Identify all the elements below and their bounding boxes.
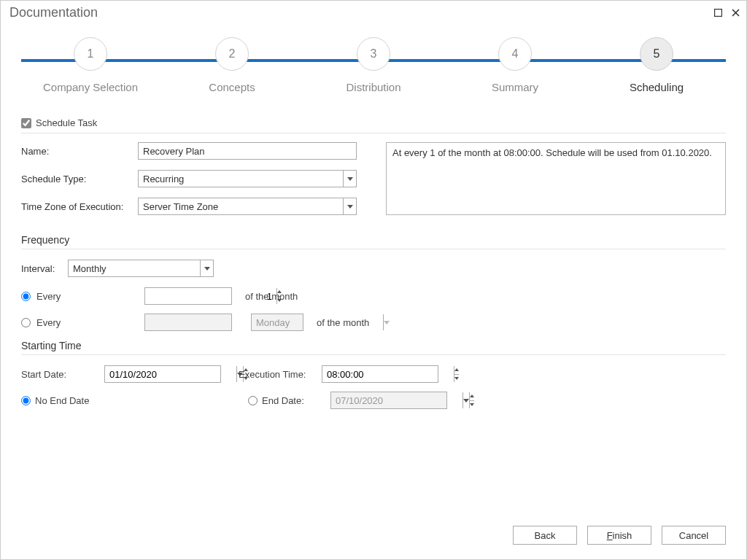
weekday-select[interactable] [251,314,303,331]
schedule-type-value[interactable] [139,172,343,186]
every-day-label: Every [36,291,139,302]
maximize-icon[interactable] [713,7,723,18]
stepper-down-icon[interactable] [454,374,459,383]
of-the-month-text-2: of the month [317,317,369,328]
wizard-step-scheduling[interactable]: 5 Scheduling [587,37,726,93]
wizard-step-concepts[interactable]: 2 Concepts [163,37,301,93]
chevron-down-icon[interactable] [462,392,469,408]
every-weekday-radio[interactable] [21,318,31,327]
interval-select[interactable] [68,260,214,277]
stepper-up-icon[interactable] [470,392,474,400]
wizard-step-number: 2 [215,37,249,71]
schedule-task-label: Schedule Task [36,117,97,128]
every-weekday-label: Every [36,317,139,328]
chevron-down-icon[interactable] [383,314,390,330]
no-end-date-label: No End Date [35,395,228,406]
wizard-step-number: 5 [640,37,673,71]
wizard-step-label: Company Selection [43,81,138,93]
start-date-input[interactable] [105,366,236,382]
starting-time-header: Starting Time [21,340,726,355]
execution-time-input[interactable] [322,366,454,382]
start-date-picker[interactable] [104,365,221,383]
schedule-task-row: Schedule Task [21,113,726,133]
chevron-down-icon[interactable] [343,198,356,214]
every-day-radio[interactable] [21,292,31,301]
time-zone-label: Time Zone of Execution: [21,201,138,212]
finish-button[interactable]: Finish [587,526,651,545]
time-zone-select[interactable] [138,198,357,215]
wizard-step-label: Summary [492,81,538,93]
wizard-stepper: 1 Company Selection 2 Concepts 3 Distrib… [21,37,726,110]
stepper-down-icon[interactable] [470,400,474,409]
start-date-label: Start Date: [21,369,104,380]
wizard-step-number: 3 [357,37,390,71]
wizard-step-distribution[interactable]: 3 Distribution [304,37,443,93]
schedule-task-checkbox[interactable] [21,118,31,128]
end-date-label: End Date: [262,395,330,406]
back-button[interactable]: Back [513,526,577,545]
wizard-step-number: 4 [498,37,532,71]
interval-value[interactable] [69,262,200,276]
wizard-step-label: Concepts [209,81,255,93]
of-the-month-text: of the month [245,291,298,302]
chevron-down-icon[interactable] [343,171,356,187]
wizard-step-company-selection[interactable]: 1 Company Selection [21,37,160,93]
every-ordinal-spinner[interactable] [144,314,232,331]
wizard-step-number: 1 [74,37,107,71]
name-label: Name: [21,146,138,157]
schedule-type-label: Schedule Type: [21,174,138,184]
wizard-step-label: Distribution [346,81,400,93]
name-input[interactable] [138,142,357,160]
execution-time-label: Execution Time: [239,369,322,380]
window-title: Documentation [7,5,713,20]
end-date-radio[interactable] [248,396,258,405]
cancel-button[interactable]: Cancel [662,526,726,545]
schedule-summary-box: At every 1 of the month at 08:00:00. Sch… [386,142,726,215]
stepper-up-icon[interactable] [454,366,459,374]
frequency-header: Frequency [21,234,726,249]
end-date-picker[interactable] [330,392,447,409]
close-icon[interactable] [730,7,740,18]
titlebar: Documentation [1,1,746,24]
end-date-input[interactable] [331,392,462,408]
interval-label: Interval: [21,263,68,274]
wizard-step-label: Scheduling [630,81,684,93]
execution-time-picker[interactable] [322,365,438,383]
footer: Back Finish Cancel [1,518,746,559]
chevron-down-icon[interactable] [200,260,213,276]
schedule-type-select[interactable] [138,170,357,187]
wizard-step-summary[interactable]: 4 Summary [446,37,584,93]
time-zone-value[interactable] [139,200,343,214]
no-end-date-radio[interactable] [21,396,31,405]
svg-rect-0 [714,9,721,16]
every-day-spinner[interactable] [144,287,232,305]
